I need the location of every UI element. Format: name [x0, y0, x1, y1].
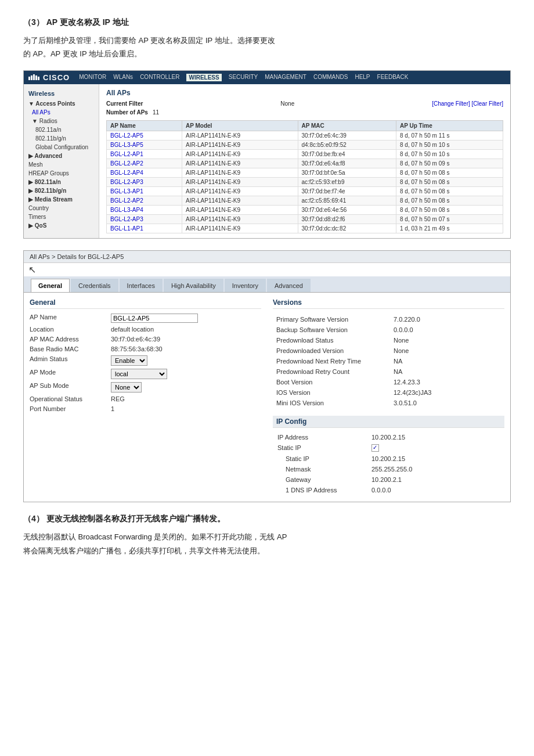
general-heading: General: [30, 298, 261, 309]
nav-security[interactable]: SECURITY: [229, 74, 258, 81]
admin-status-select[interactable]: Enable Disable: [111, 355, 147, 366]
nav-controller[interactable]: CONTROLLER: [140, 74, 179, 81]
ap-name-link[interactable]: BGL-L2-AP2: [110, 197, 143, 204]
table-row: BGL-L2-AP2 AIR-LAP1141N-E-K9 ac:f2:c5:85…: [107, 196, 503, 205]
sidebar-hreap[interactable]: HREAP Groups: [24, 169, 99, 178]
v-label-retry-time: Predownload Next Retry Time: [274, 357, 390, 366]
section3-desc: 为了后期维护及管理，我们需要给 AP 更改名称及固定 IP 地址。选择要更改 的…: [23, 34, 511, 61]
section3-title: （3） AP 更改名称及 IP 地址: [23, 17, 511, 28]
ap-name-link[interactable]: BGL-L1-AP1: [110, 225, 143, 232]
section4-desc2: 将会隔离无线客户端的广播包，必须共享打印机，共享文件将无法使用。: [23, 546, 265, 555]
sidebar-timers[interactable]: Timers: [24, 213, 99, 221]
sidebar-80211bgn2[interactable]: ▶ 802.11b/g/n: [24, 186, 99, 195]
ap-uptime-cell: 8 d, 07 h 50 m 08 s: [396, 205, 503, 214]
ap-mac-cell: ac:f2:c5:93:ef:b9: [298, 177, 396, 186]
field-ap-sub-mode: AP Sub Mode None: [30, 382, 261, 393]
sidebar-access-points[interactable]: ▼ Access Points: [24, 99, 99, 108]
ap-name-cell: BGL-L2-AP3: [107, 214, 182, 224]
ap-name-link[interactable]: BGL-L3-AP5: [110, 142, 143, 148]
ap-mode-select[interactable]: local monitor rogue detector: [111, 369, 167, 379]
change-filter-link[interactable]: [Change Filter]: [432, 100, 470, 107]
field-value-base-radio-mac: 88:75:56:3a:68:30: [111, 345, 261, 352]
field-port-number: Port Number 1: [30, 405, 261, 412]
field-value-ap-name: [111, 314, 261, 323]
sidebar-global-config[interactable]: Global Configuration: [24, 143, 99, 152]
tab-high-availability[interactable]: High Availability: [164, 279, 223, 292]
col-ap-model: AP Model: [182, 120, 298, 131]
ap-uptime-cell: 8 d, 07 h 50 m 08 s: [396, 168, 503, 177]
v-label-backup-sw: Backup Software Version: [274, 325, 390, 334]
ip-config-heading: IP Config: [273, 416, 504, 428]
field-ap-mode: AP Mode local monitor rogue detector: [30, 369, 261, 379]
ap-name-cell: BGL-L2-AP5: [107, 131, 182, 140]
ap-name-link[interactable]: BGL-L3-AP4: [110, 207, 143, 213]
static-ip-checkbox[interactable]: [371, 444, 379, 452]
tab-advanced[interactable]: Advanced: [267, 279, 311, 292]
table-row: BGL-L3-AP4 AIR-LAP1141N-E-K9 30:f7:0d:e6…: [107, 205, 503, 214]
ap-name-link[interactable]: BGL-L2-AP1: [110, 151, 143, 157]
ap-breadcrumb: All APs > Details for BGL-L2-AP5: [24, 251, 510, 263]
ip-label-address: IP Address: [274, 433, 367, 442]
field-value-ap-mac: 30:f7:0d:e6:4c:39: [111, 336, 261, 343]
ap-name-link[interactable]: BGL-L3-AP1: [110, 188, 143, 195]
sidebar-mesh[interactable]: Mesh: [24, 160, 99, 169]
nav-wireless[interactable]: WIRELESS: [186, 74, 221, 81]
nav-commands[interactable]: COMMANDS: [313, 74, 348, 81]
ap-name-link[interactable]: BGL-L2-AP5: [110, 132, 143, 139]
cisco-sidebar: Wireless ▼ Access Points All APs ▼ Radio…: [24, 84, 99, 238]
sidebar-advanced[interactable]: ▶ Advanced: [24, 152, 99, 160]
tab-inventory[interactable]: Inventory: [225, 279, 266, 292]
current-filter-label: Current Filter: [106, 100, 143, 107]
tab-credentials[interactable]: Credentials: [71, 279, 118, 292]
field-label-ap-name: AP Name: [30, 314, 111, 323]
v-value-ios-version: 12.4(23c)JA3: [391, 388, 503, 397]
sidebar-media-stream[interactable]: ▶ Media Stream: [24, 195, 99, 204]
ap-sub-mode-select[interactable]: None: [111, 382, 142, 393]
tab-general[interactable]: General: [31, 279, 70, 292]
field-value-ap-mode: local monitor rogue detector: [111, 369, 261, 379]
field-value-location: default location: [111, 326, 261, 333]
sidebar-80211an[interactable]: 802.11a/n: [24, 125, 99, 134]
ap-table: AP Name AP Model AP MAC AP Up Time BGL-L…: [106, 120, 503, 233]
ap-name-link[interactable]: BGL-L2-AP3: [110, 179, 143, 185]
ap-name-link[interactable]: BGL-L2-AP4: [110, 170, 143, 176]
ap-uptime-cell: 8 d, 07 h 50 m 10 s: [396, 140, 503, 149]
ap-uptime-cell: 8 d, 07 h 50 m 07 s: [396, 214, 503, 224]
ap-model-cell: AIR-LAP1141N-E-K9: [182, 131, 298, 140]
ip-label-dns: 1 DNS IP Address: [274, 485, 367, 495]
ap-details-body: General AP Name Location default locatio…: [24, 293, 510, 502]
ap-name-link[interactable]: BGL-L2-AP3: [110, 216, 143, 222]
table-row: BGL-L2-AP2 AIR-LAP1141N-E-K9 30:f7:0d:e6…: [107, 159, 503, 168]
nav-management[interactable]: MANAGEMENT: [265, 74, 306, 81]
ap-mac-cell: 30:f7:0d:be:fb:e4: [298, 149, 396, 159]
table-row: BGL-L2-AP5 AIR-LAP1141N-E-K9 30:f7:0d:e6…: [107, 131, 503, 140]
filter-row: Current Filter None [Change Filter] [Cle…: [106, 100, 503, 107]
sidebar-80211an2[interactable]: ▶ 802.11a/n: [24, 178, 99, 186]
ap-model-cell: AIR-LAP1141N-E-K9: [182, 159, 298, 168]
sidebar-country[interactable]: Country: [24, 204, 99, 213]
ap-name-cell: BGL-L3-AP1: [107, 186, 182, 196]
sidebar-qos[interactable]: ▶ QoS: [24, 221, 99, 230]
nav-monitor[interactable]: MONITOR: [79, 74, 106, 81]
sidebar-radios[interactable]: ▼ Radios: [24, 117, 99, 125]
ap-name-cell: BGL-L2-AP2: [107, 196, 182, 205]
field-label-admin-status: Admin Status: [30, 355, 111, 366]
section4-title: （4） 更改无线控制器名称及打开无线客户端广播转发。: [23, 514, 511, 524]
nav-feedback[interactable]: FEEDBACK: [377, 74, 409, 81]
table-row: BGL-L2-AP3 AIR-LAP1141N-E-K9 ac:f2:c5:93…: [107, 177, 503, 186]
field-ap-name: AP Name: [30, 314, 261, 323]
clear-filter-link[interactable]: [Clear Filter]: [472, 100, 503, 107]
sidebar-all-aps[interactable]: All APs: [24, 108, 99, 117]
field-location: Location default location: [30, 326, 261, 333]
v-value-backup-sw: 0.0.0.0: [391, 325, 503, 334]
ap-name-link[interactable]: BGL-L2-AP2: [110, 160, 143, 167]
tab-interfaces[interactable]: Interfaces: [120, 279, 163, 292]
cisco-header: CISCO MONITOR WLANs CONTROLLER WIRELESS …: [24, 71, 510, 84]
col-ap-mac: AP MAC: [298, 120, 396, 131]
sidebar-80211bgn[interactable]: 802.11b/g/n: [24, 134, 99, 143]
nav-help[interactable]: HELP: [355, 74, 370, 81]
nav-wlans[interactable]: WLANs: [113, 74, 133, 81]
ap-name-input[interactable]: [111, 314, 198, 323]
cisco-body: Wireless ▼ Access Points All APs ▼ Radio…: [24, 84, 510, 238]
ap-details-screenshot: All APs > Details for BGL-L2-AP5 ↖ Gener…: [23, 250, 511, 503]
